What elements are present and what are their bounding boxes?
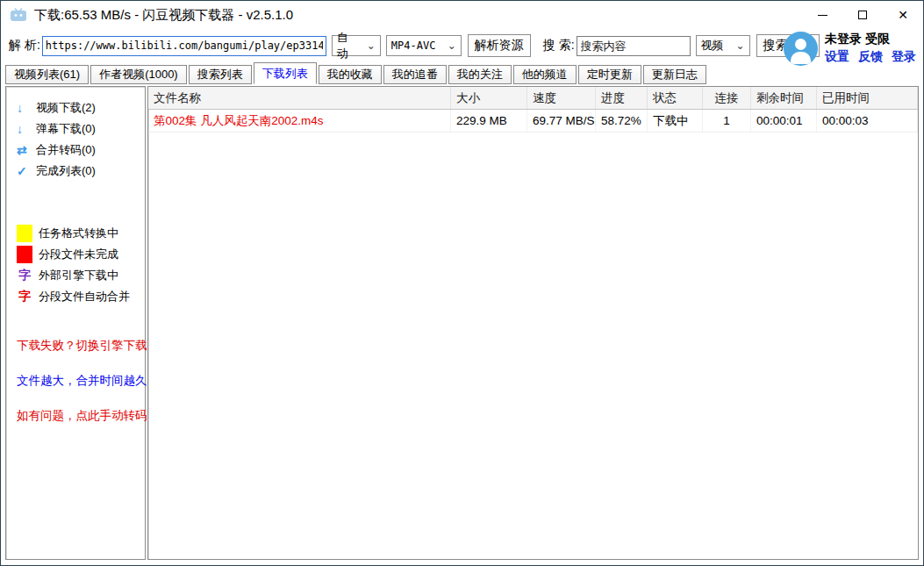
maximize-button[interactable] bbox=[842, 1, 883, 29]
search-label: 搜 索: bbox=[543, 38, 575, 54]
tab-author-videos[interactable]: 作者视频(1000) bbox=[90, 65, 187, 84]
search-type-dropdown[interactable]: 视频 ⌄ bbox=[696, 35, 750, 56]
sidebar-notes: 下载失败？切换引擎下载 文件越大，合并时间越久 如有问题，点此手动转码 bbox=[17, 328, 145, 433]
check-icon: ✓ bbox=[17, 164, 30, 178]
close-icon: ✕ bbox=[898, 9, 908, 21]
tab-changelog[interactable]: 更新日志 bbox=[643, 65, 706, 84]
user-icon bbox=[795, 39, 806, 50]
format-dropdown[interactable]: MP4-AVC ⌄ bbox=[386, 35, 462, 56]
tab-strip: 视频列表(61) 作者视频(1000) 搜索列表 下载列表 我的收藏 我的追番 … bbox=[4, 62, 923, 84]
table-header: 文件名称 大小 速度 进度 状态 连接 剩余时间 已用时间 bbox=[148, 87, 918, 110]
note-switch-engine[interactable]: 下载失败？切换引擎下载 bbox=[17, 328, 145, 363]
red-char-icon: 字 bbox=[17, 289, 32, 304]
format-dropdown-value: MP4-AVC bbox=[391, 39, 436, 52]
tab-following[interactable]: 我的关注 bbox=[448, 65, 512, 84]
red-swatch-icon bbox=[17, 246, 32, 263]
search-type-dropdown-value: 视频 bbox=[701, 38, 724, 54]
col-header-remaining[interactable]: 剩余时间 bbox=[751, 87, 817, 109]
cell-remaining: 00:00:01 bbox=[751, 110, 817, 132]
cell-progress: 58.72% bbox=[596, 110, 648, 132]
search-input[interactable] bbox=[577, 36, 691, 56]
download-list-panel: 文件名称 大小 速度 进度 状态 连接 剩余时间 已用时间 第002集 凡人风起… bbox=[147, 86, 919, 560]
window-controls: ✕ bbox=[802, 1, 923, 29]
maximize-icon bbox=[858, 11, 867, 19]
app-window: 下载:65.53 MB/s - 闪豆视频下载器 - v2.5.1.0 ✕ 解 析… bbox=[0, 0, 924, 566]
tab-scheduled-update[interactable]: 定时更新 bbox=[578, 65, 641, 84]
tab-his-channel[interactable]: 他的频道 bbox=[513, 65, 577, 84]
purple-char-icon: 字 bbox=[17, 268, 32, 283]
col-header-progress[interactable]: 进度 bbox=[596, 87, 648, 109]
cell-connections: 1 bbox=[703, 110, 751, 132]
cell-size: 229.9 MB bbox=[451, 110, 527, 132]
table-row[interactable]: 第002集 凡人风起天南2002.m4s 229.9 MB 69.77 MB/S… bbox=[148, 110, 918, 133]
sidebar-item-video-download[interactable]: ↓ 视频下载(2) bbox=[17, 97, 145, 118]
col-header-elapsed[interactable]: 已用时间 bbox=[817, 87, 918, 109]
cell-speed: 69.77 MB/S bbox=[527, 110, 596, 132]
quality-dropdown[interactable]: 自动 ⌄ bbox=[332, 35, 381, 56]
chevron-down-icon: ⌄ bbox=[441, 40, 456, 51]
tab-search-list[interactable]: 搜索列表 bbox=[189, 65, 252, 84]
legend-auto-merge: 字 分段文件自动合并 bbox=[17, 286, 145, 307]
login-status: 未登录 受限 bbox=[825, 32, 890, 47]
cell-status: 下载中 bbox=[648, 110, 703, 132]
cell-filename: 第002集 凡人风起天南2002.m4s bbox=[148, 110, 451, 132]
close-button[interactable]: ✕ bbox=[883, 1, 923, 29]
col-header-size[interactable]: 大小 bbox=[451, 87, 527, 109]
col-header-connections[interactable]: 连接 bbox=[703, 87, 751, 109]
swap-arrows-icon: ⇄ bbox=[17, 143, 30, 157]
parse-resource-button[interactable]: 解析资源 bbox=[468, 34, 531, 57]
col-header-filename[interactable]: 文件名称 bbox=[148, 87, 451, 109]
sidebar: ↓ 视频下载(2) ↓ 弹幕下载(0) ⇄ 合并转码(0) ✓ 完成列表(0) … bbox=[5, 86, 146, 560]
title-bar: 下载:65.53 MB/s - 闪豆视频下载器 - v2.5.1.0 ✕ bbox=[1, 1, 923, 29]
minimize-button[interactable] bbox=[802, 1, 842, 29]
quality-dropdown-value: 自动 bbox=[337, 30, 360, 61]
chevron-down-icon: ⌄ bbox=[360, 40, 376, 51]
tab-video-list[interactable]: 视频列表(61) bbox=[5, 65, 89, 84]
tab-download-list[interactable]: 下载列表 bbox=[254, 62, 317, 84]
avatar[interactable] bbox=[784, 32, 818, 66]
legend-segment-incomplete: 分段文件未完成 bbox=[17, 244, 145, 265]
window-title: 下载:65.53 MB/s - 闪豆视频下载器 - v2.5.1.0 bbox=[34, 7, 293, 24]
yellow-swatch-icon bbox=[17, 225, 32, 242]
col-header-status[interactable]: 状态 bbox=[648, 87, 703, 109]
minimize-icon bbox=[818, 15, 827, 16]
note-manual-transcode[interactable]: 如有问题，点此手动转码 bbox=[17, 398, 145, 433]
sidebar-item-completed-list[interactable]: ✓ 完成列表(0) bbox=[17, 161, 145, 182]
note-merge-time: 文件越大，合并时间越久 bbox=[17, 363, 145, 398]
legend-external-engine: 字 外部引擎下载中 bbox=[17, 265, 145, 286]
sidebar-item-danmaku-download[interactable]: ↓ 弹幕下载(0) bbox=[17, 118, 145, 140]
url-input[interactable] bbox=[42, 36, 326, 56]
status-legend: 任务格式转换中 分段文件未完成 字 外部引擎下载中 字 分段文件自动合并 bbox=[17, 223, 145, 307]
download-arrow-icon: ↓ bbox=[17, 101, 30, 115]
chevron-down-icon: ⌄ bbox=[729, 40, 745, 51]
tab-bangumi[interactable]: 我的追番 bbox=[383, 65, 447, 84]
download-arrow-icon: ↓ bbox=[17, 122, 30, 136]
legend-converting: 任务格式转换中 bbox=[17, 223, 145, 244]
account-area: 未登录 受限 设置 反馈 登录 bbox=[784, 30, 916, 67]
col-header-speed[interactable]: 速度 bbox=[527, 87, 596, 109]
sidebar-item-merge-transcode[interactable]: ⇄ 合并转码(0) bbox=[17, 140, 145, 161]
cell-elapsed: 00:00:03 bbox=[817, 110, 918, 132]
parse-label: 解 析: bbox=[9, 38, 40, 54]
tab-favorites[interactable]: 我的收藏 bbox=[319, 65, 382, 84]
app-icon bbox=[10, 8, 27, 22]
